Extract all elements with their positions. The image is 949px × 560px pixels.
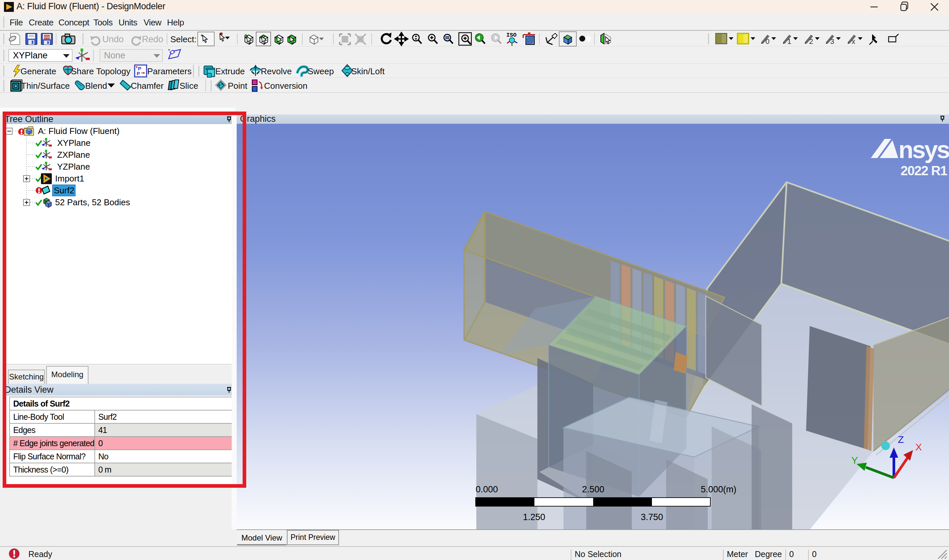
svg-text:0.000: 0.000 — [476, 485, 498, 494]
svg-text:Revolve: Revolve — [261, 66, 292, 76]
svg-text:Generate: Generate — [20, 66, 56, 76]
svg-text:ISO: ISO — [506, 32, 516, 38]
svg-text:Skin/Loft: Skin/Loft — [351, 66, 385, 76]
svg-text:Chamfer: Chamfer — [131, 81, 164, 91]
svg-text:3: 3 — [830, 37, 834, 46]
svg-text:0: 0 — [766, 37, 769, 46]
svg-text:nsys: nsys — [898, 136, 949, 163]
svg-text:Share Topology: Share Topology — [71, 66, 130, 76]
svg-text:2.500: 2.500 — [582, 485, 604, 494]
svg-text:5.000(m): 5.000(m) — [701, 485, 736, 494]
svg-text:Slice: Slice — [180, 81, 198, 91]
svg-text:Conversion: Conversion — [264, 81, 308, 91]
svg-text:Redo: Redo — [142, 34, 163, 44]
svg-text:P: P — [137, 71, 140, 76]
svg-text:Blend: Blend — [85, 81, 107, 91]
svg-text:X: X — [915, 442, 922, 452]
svg-text:Thin/Surface: Thin/Surface — [21, 81, 70, 91]
svg-text:1: 1 — [787, 37, 791, 46]
svg-text:Select:: Select: — [170, 34, 197, 44]
svg-text:Extrude: Extrude — [215, 66, 245, 76]
svg-text:3.750: 3.750 — [641, 512, 663, 522]
svg-text:Y: Y — [851, 455, 858, 466]
svg-text:2: 2 — [809, 37, 813, 46]
svg-text:2022 R1: 2022 R1 — [900, 163, 947, 178]
svg-text:Point: Point — [228, 81, 248, 91]
svg-text:x: x — [852, 37, 855, 46]
svg-text:*: * — [168, 48, 170, 54]
svg-text:1.250: 1.250 — [523, 512, 545, 522]
svg-text:Undo: Undo — [102, 34, 124, 44]
svg-text:Z: Z — [898, 434, 904, 445]
svg-text:Parameters: Parameters — [147, 66, 191, 76]
svg-text:Sweep: Sweep — [308, 66, 334, 76]
